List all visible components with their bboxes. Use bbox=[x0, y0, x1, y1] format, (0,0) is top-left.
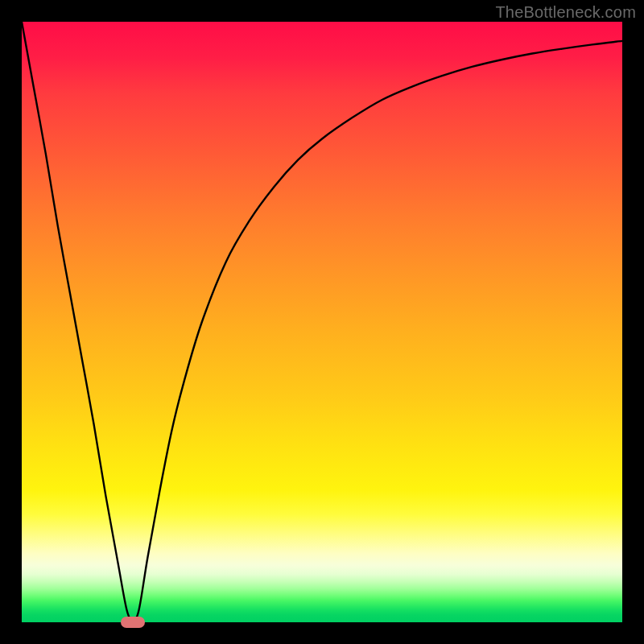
optimal-marker bbox=[121, 617, 145, 628]
attribution-watermark: TheBottleneck.com bbox=[495, 3, 636, 22]
chart-frame: TheBottleneck.com bbox=[0, 0, 644, 644]
plot-area bbox=[22, 22, 622, 622]
curve-path bbox=[22, 22, 622, 622]
bottleneck-curve bbox=[22, 22, 622, 622]
